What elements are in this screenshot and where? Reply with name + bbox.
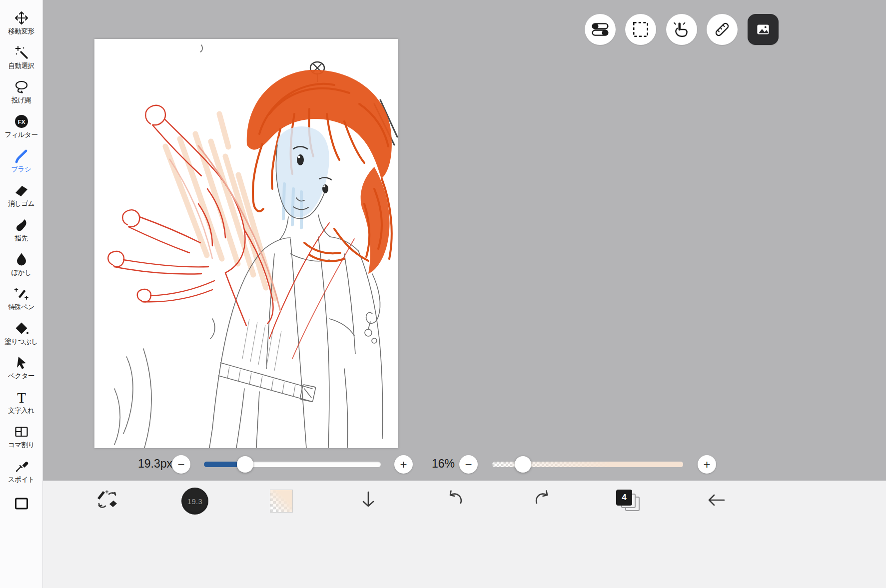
image-material-icon [754,20,772,38]
eraser-icon [14,183,29,198]
redo-icon [531,489,553,511]
panel-divide-icon [14,424,29,439]
sidebar-item-lasso[interactable]: 投げ縄 [0,75,42,109]
sidebar-item-special-pen[interactable]: 特殊ペン [0,282,42,316]
lasso-icon [14,79,29,94]
sidebar-item-auto-select[interactable]: 自動選択 [0,40,42,75]
text-tool-icon: T [14,390,29,405]
sidebar-item-bucket-fill[interactable]: 塗りつぶし [0,316,42,351]
tool-label: ベクター [8,372,34,381]
tool-property-button[interactable] [585,14,616,45]
undo-icon [444,489,466,511]
tool-label: 指先 [15,234,28,243]
back-button[interactable] [705,489,727,513]
sidebar-item-eyedropper[interactable]: スポイト [0,454,42,489]
back-arrow-icon [705,489,727,511]
sidebar-item-text-insert[interactable]: T 文字入れ [0,385,42,420]
sidebar-item-eraser[interactable]: 消しゴム [0,178,42,213]
material-button[interactable] [748,14,779,45]
tool-sidebar: 移動変形 自動選択 投げ縄 FX [0,0,43,588]
tool-label: 投げ縄 [11,96,31,105]
sidebar-item-canvas-frame[interactable] [0,490,42,518]
magic-wand-icon [14,45,29,60]
tool-label: コマ割り [8,441,34,450]
brush-size-slider[interactable] [204,462,381,467]
svg-text:T: T [17,390,26,405]
move-transform-icon [14,10,29,25]
brush-size-decrease-button[interactable]: − [172,455,190,474]
ruler-button[interactable] [707,14,738,45]
sidebar-item-brush[interactable]: ブラシ [0,144,42,178]
finger-gesture-icon [673,20,691,38]
brush-icon [14,148,29,163]
drawing-canvas[interactable] [94,39,398,448]
layer-count-badge: 4 [622,493,626,503]
minus-icon: − [177,458,184,472]
current-color-swatch [270,490,293,513]
tool-label: 消しゴム [8,199,34,208]
plus-icon: + [703,458,710,472]
toggles-icon [591,20,609,38]
dashed-selection-icon [632,20,650,38]
gesture-button[interactable] [666,14,697,45]
brush-preview-button[interactable]: 19.3 [181,488,208,515]
redo-button[interactable] [531,489,553,513]
sidebar-item-vector[interactable]: ベクター [0,351,42,385]
fx-filter-icon: FX [14,114,29,129]
opacity-value: 16% [422,457,455,471]
sidebar-item-panel-divide[interactable]: コマ割り [0,420,42,454]
paint-app: { "colors": { "accent_blue": "#3478f7", … [0,0,886,588]
bottom-toolbar: 19.3 4 [43,481,886,588]
tool-label: 特殊ペン [8,303,34,312]
blur-droplet-icon [14,252,29,267]
tool-label: フィルター [4,130,37,139]
canvas-frame-icon [14,496,29,511]
undo-button[interactable] [444,489,466,513]
down-arrow-button[interactable] [357,489,379,513]
fill-diamond-icon [14,321,29,336]
brush-size-slider-knob[interactable] [237,456,253,473]
color-swatch-button[interactable] [270,490,293,513]
vector-cursor-icon [14,355,29,370]
plus-icon: + [400,458,407,472]
eyedropper-icon [14,459,29,474]
opacity-decrease-button[interactable]: − [459,455,478,474]
layers-icon: 4 [616,490,641,513]
selection-button[interactable] [625,14,656,45]
tool-label: 自動選択 [8,61,34,70]
brush-size-value: 19.3px [125,457,172,471]
tool-label: 移動変形 [8,27,34,36]
minus-icon: − [465,458,472,472]
sidebar-item-fingertip[interactable]: 指先 [0,213,42,247]
tool-label: ぼかし [11,268,31,277]
brush-size-badge: 19.3 [187,497,202,506]
sidebar-item-filter[interactable]: FX フィルター [0,109,42,144]
artwork-sketch [94,39,398,448]
brush-size-increase-button[interactable]: + [394,455,413,474]
tool-label: スポイト [8,475,34,484]
sidebar-item-move-transform[interactable]: 移動変形 [0,6,42,40]
special-pen-icon [14,286,29,301]
tool-label: 塗りつぶし [4,337,37,346]
ruler-icon [713,20,731,38]
svg-text:FX: FX [17,119,25,125]
tool-label: 文字入れ [8,406,34,415]
sidebar-item-blur[interactable]: ぼかし [0,247,42,282]
tool-label: ブラシ [11,165,31,174]
brush-eraser-switch-button[interactable] [95,489,119,513]
brush-eraser-switch-icon [95,489,119,511]
layers-button[interactable]: 4 [616,490,641,513]
opacity-slider-knob[interactable] [515,456,531,473]
fingertip-icon [14,217,29,232]
down-arrow-icon [357,489,379,511]
opacity-increase-button[interactable]: + [698,455,716,474]
